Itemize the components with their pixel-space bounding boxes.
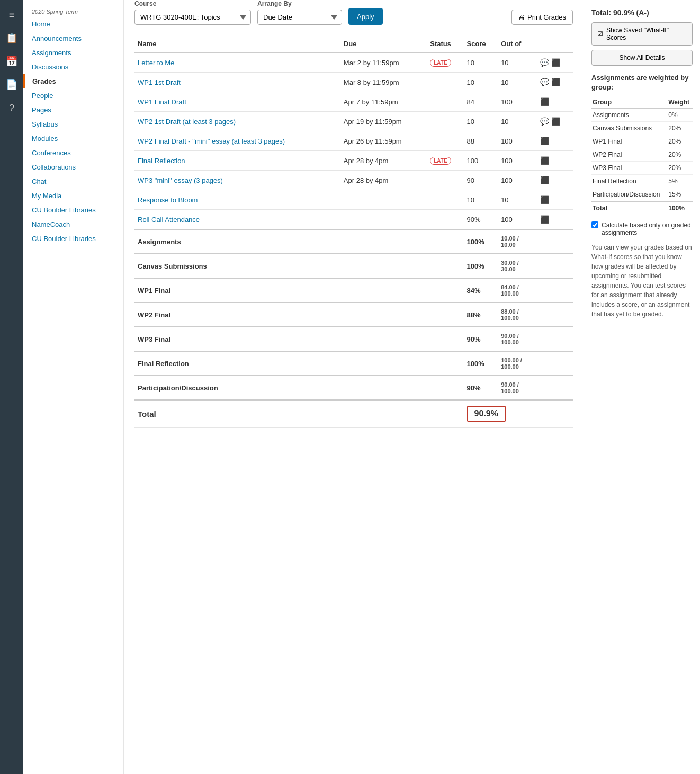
hamburger-icon[interactable]: ≡ — [2, 5, 21, 24]
print-grades-button[interactable]: 🖨 Print Grades — [511, 10, 573, 25]
table-row: WP1 Final Draft Apr 7 by 11:59pm 84 100 … — [134, 92, 573, 112]
help-icon[interactable]: ? — [2, 99, 21, 118]
assignment-link-wp3[interactable]: WP3 "mini" essay (3 pages) — [138, 176, 223, 184]
what-if-description: You can view your grades based on What-I… — [591, 243, 693, 319]
weight-value: 15% — [667, 188, 693, 202]
nav-pages[interactable]: Pages — [23, 103, 123, 117]
assignment-link-response-to-bloom[interactable]: Response to Bloom — [138, 196, 198, 204]
nav-collaborations[interactable]: Collaborations — [23, 160, 123, 174]
group-score: 100% — [464, 229, 498, 254]
info-icon[interactable]: ⬛ — [551, 58, 560, 67]
arrange-select[interactable]: Due Date — [257, 10, 342, 25]
nav-cu-boulder-libraries-1[interactable]: CU Boulder Libraries — [23, 203, 123, 217]
weight-row: WP3 Final 20% — [591, 162, 693, 175]
nav-conferences[interactable]: Conferences — [23, 146, 123, 160]
info-icon[interactable]: ⬛ — [540, 176, 549, 184]
group-outof: 90.00 /100.00 — [498, 327, 534, 351]
info-icon[interactable]: ⬛ — [540, 97, 549, 106]
nav-my-media[interactable]: My Media — [23, 189, 123, 203]
right-panel: Total: 90.9% (A-) ☑ Show Saved "What-If"… — [584, 0, 700, 774]
nav-syllabus[interactable]: Syllabus — [23, 117, 123, 131]
table-row: WP1 1st Draft Mar 8 by 11:59pm 10 10 💬⬛ — [134, 73, 573, 92]
weight-row: Assignments 0% — [591, 109, 693, 122]
nav-home[interactable]: Home — [23, 17, 123, 31]
grades-table: Name Due Status Score Out of Letter to M… — [134, 35, 573, 428]
group-name: WP1 Final — [134, 278, 340, 303]
assignment-link-wp1-1st[interactable]: WP1 1st Draft — [138, 78, 181, 86]
info-icon[interactable]: ⬛ — [540, 195, 549, 204]
comment-icon[interactable]: 💬 — [540, 117, 549, 126]
weight-row: Final Reflection 5% — [591, 175, 693, 188]
what-if-button[interactable]: ☑ Show Saved "What-If" Scores — [591, 22, 693, 46]
group-score: 90% — [464, 327, 498, 351]
score-cell: 90% — [464, 210, 498, 230]
action-icons: ⬛ — [535, 171, 573, 190]
table-row: WP3 "mini" essay (3 pages) Apr 28 by 4pm… — [134, 171, 573, 190]
assignment-link-roll-call[interactable]: Roll Call Attendance — [138, 216, 200, 224]
info-icon[interactable]: ⬛ — [551, 78, 560, 86]
term-label: 2020 Spring Term — [23, 5, 123, 17]
group-score: 90% — [464, 376, 498, 400]
nav-panel: 2020 Spring Term Home Announcements Assi… — [23, 0, 124, 774]
assignment-link-letter-to-me[interactable]: Letter to Me — [138, 59, 174, 67]
nav-discussions[interactable]: Discussions — [23, 60, 123, 74]
weight-value: 20% — [667, 122, 693, 135]
info-icon[interactable]: ⬛ — [540, 215, 549, 224]
arrange-label: Arrange By — [257, 0, 342, 7]
weight-row: WP1 Final 20% — [591, 135, 693, 148]
nav-people[interactable]: People — [23, 88, 123, 103]
calculate-checkbox[interactable] — [591, 221, 598, 228]
due-date: Apr 28 by 4pm — [340, 171, 427, 190]
nav-namecoach[interactable]: NameCoach — [23, 217, 123, 232]
total-score-value: 90.9% — [467, 406, 506, 422]
col-name: Name — [134, 35, 340, 52]
col-status: Status — [427, 35, 463, 52]
col-outof: Out of — [498, 35, 534, 52]
weight-group: Assignments — [591, 109, 667, 122]
nav-announcements[interactable]: Announcements — [23, 31, 123, 46]
action-icons: ⬛ — [535, 151, 573, 171]
due-date — [340, 190, 427, 210]
weight-value: 20% — [667, 135, 693, 148]
comment-icon[interactable]: 💬 — [540, 58, 549, 67]
info-icon[interactable]: ⬛ — [540, 137, 549, 145]
outof-cell: 10 — [498, 112, 534, 131]
nav-grades[interactable]: Grades — [23, 74, 123, 88]
table-row: Final Reflection Apr 28 by 4pm LATE 100 … — [134, 151, 573, 171]
calendar-icon[interactable]: 📅 — [2, 52, 21, 71]
assignment-link-wp1-final[interactable]: WP1 Final Draft — [138, 98, 186, 106]
info-icon[interactable]: ⬛ — [540, 156, 549, 165]
outof-cell: 10 — [498, 73, 534, 92]
nav-modules[interactable]: Modules — [23, 131, 123, 146]
late-badge: LATE — [430, 59, 451, 67]
assignment-link-wp2-1st[interactable]: WP2 1st Draft (at least 3 pages) — [138, 118, 236, 126]
outof-cell: 100 — [498, 131, 534, 151]
table-row: Response to Bloom 10 10 ⬛ — [134, 190, 573, 210]
show-all-details-button[interactable]: Show All Details — [591, 50, 693, 66]
course-filter-group: Course WRTG 3020-400E: Topics — [134, 0, 251, 25]
group-name: WP3 Final — [134, 327, 340, 351]
calculate-checkbox-row: Calculate based only on graded assignmen… — [591, 221, 693, 236]
action-icons: ⬛ — [535, 131, 573, 151]
weighted-title: Assignments are weighted by group: — [591, 73, 693, 92]
status-cell: LATE — [427, 52, 463, 73]
document-icon[interactable]: 📄 — [2, 75, 21, 94]
nav-chat[interactable]: Chat — [23, 174, 123, 189]
group-outof: 84.00 /100.00 — [498, 278, 534, 303]
comment-icon[interactable]: 💬 — [540, 78, 549, 86]
nav-cu-boulder-libraries-2[interactable]: CU Boulder Libraries — [23, 232, 123, 246]
info-icon[interactable]: ⬛ — [551, 117, 560, 126]
group-row-wp1: WP1 Final 84% 84.00 /100.00 — [134, 278, 573, 303]
weight-col-group: Group — [591, 96, 667, 109]
weight-group: WP1 Final — [591, 135, 667, 148]
assignment-link-final-reflection[interactable]: Final Reflection — [138, 157, 185, 165]
col-actions — [535, 35, 573, 52]
apply-button[interactable]: Apply — [348, 8, 383, 25]
group-outof: 100.00 /100.00 — [498, 351, 534, 376]
assignment-link-wp2-final[interactable]: WP2 Final Draft - "mini" essay (at least… — [138, 137, 285, 145]
course-select[interactable]: WRTG 3020-400E: Topics — [134, 10, 251, 25]
nav-assignments[interactable]: Assignments — [23, 46, 123, 60]
assignments-icon[interactable]: 📋 — [2, 29, 21, 48]
group-name: WP2 Final — [134, 303, 340, 327]
sidebar: ≡ 📋 📅 📄 ? — [0, 0, 23, 774]
